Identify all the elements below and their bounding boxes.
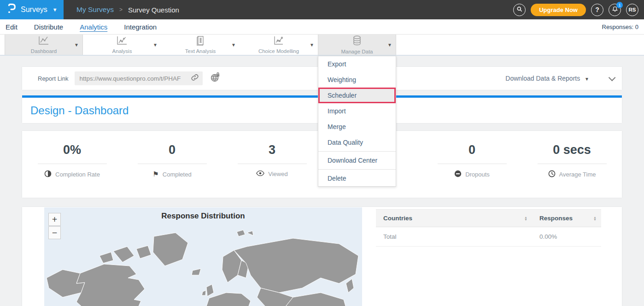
manage-data-menu: Export Weighting Scheduler Import Merge … — [318, 56, 396, 187]
chevron-down-icon[interactable]: ▼ — [387, 42, 392, 47]
search-button[interactable] — [513, 4, 526, 16]
nav-distribute[interactable]: Distribute — [34, 23, 63, 31]
notifications-button[interactable]: 1 — [609, 4, 621, 16]
response-distribution-card: Response Distribution + − — [22, 207, 622, 306]
globe-lock-icon[interactable] — [210, 72, 220, 84]
menu-item-merge[interactable]: Merge — [318, 119, 396, 135]
stat-viewed: 3 Viewed — [222, 143, 322, 198]
logo-label: Surveys — [21, 6, 47, 14]
tab-label: Dashboard — [31, 48, 57, 54]
tab-analysis[interactable]: Analysis ▼ — [83, 35, 161, 55]
eye-icon — [256, 170, 264, 178]
stat-completion-rate: 0% Completion Rate — [22, 143, 122, 198]
menu-divider — [318, 151, 396, 152]
world-map-panel[interactable]: Response Distribution + − — [44, 207, 362, 306]
tab-label: Manage Data — [341, 49, 373, 54]
chevron-down-icon: ▼ — [53, 7, 58, 12]
database-icon — [351, 35, 363, 48]
help-button[interactable]: ? — [591, 4, 603, 16]
survey-subnav: Edit Distribute Analytics Integration Re… — [0, 19, 644, 35]
report-url-field[interactable]: https://www.questionpro.com/t/PHAF — [75, 71, 203, 85]
stat-completed: 0 ⚑ Completed — [122, 143, 222, 198]
clock-icon — [548, 170, 556, 179]
surveys-menu-button[interactable]: Surveys ▼ — [0, 0, 64, 19]
chevron-down-icon[interactable]: ▼ — [153, 42, 158, 47]
analytics-toolbar: Dashboard ▼ Analysis ▼ Text Analysis ▼ C… — [0, 35, 644, 56]
stat-value: 0 secs — [522, 143, 622, 157]
download-data-reports-label: Download Data & Reports — [505, 75, 580, 82]
nav-analytics[interactable]: Analytics — [80, 23, 107, 31]
half-circle-icon — [44, 170, 52, 179]
menu-item-download-center[interactable]: Download Center — [318, 153, 396, 168]
flag-icon: ⚑ — [152, 170, 158, 178]
tab-label: Analysis — [112, 48, 132, 54]
nav-edit[interactable]: Edit — [6, 23, 18, 31]
page-title: Design - Dashboard — [30, 104, 129, 117]
report-link-label: Report Link — [38, 75, 68, 82]
map-title: Response Distribution — [44, 207, 362, 221]
menu-divider — [318, 169, 396, 170]
collapse-chevron-icon[interactable] — [609, 74, 616, 81]
sort-icon[interactable]: ▲▼ — [593, 216, 597, 221]
sort-icon[interactable]: ▲▼ — [524, 216, 527, 221]
cell-responses: 0.00% — [532, 227, 601, 247]
tab-manage-data[interactable]: Manage Data ▼ — [318, 35, 396, 55]
avatar[interactable]: RS — [626, 4, 638, 16]
questionpro-logo-icon — [6, 3, 17, 17]
stat-label: Completed — [163, 171, 192, 178]
menu-item-data-quality[interactable]: Data Quality — [318, 135, 396, 150]
stat-value: 3 — [222, 143, 322, 157]
top-bar: Surveys ▼ My Surveys > Survey Question U… — [0, 0, 644, 19]
cell-country: Total — [376, 227, 532, 247]
countries-table: Countries ▲▼ Responses ▲▼ — [376, 207, 601, 306]
breadcrumb: My Surveys > Survey Question — [76, 6, 179, 14]
nav-integration[interactable]: Integration — [124, 23, 157, 31]
download-data-reports-dropdown[interactable]: Download Data & Reports ▼ — [505, 75, 589, 82]
link-icon[interactable] — [191, 73, 199, 83]
stat-label: Average Time — [559, 171, 596, 178]
upgrade-now-button[interactable]: Upgrade Now — [531, 4, 586, 16]
chevron-down-icon[interactable]: ▼ — [231, 42, 236, 47]
map-zoom-controls: + − — [48, 213, 61, 239]
stat-value: 0 — [122, 143, 222, 157]
responses-count: Responses: 0 — [602, 24, 639, 30]
table-header-row: Countries ▲▼ Responses ▲▼ — [376, 210, 601, 227]
header-label: Countries — [383, 215, 412, 222]
chevron-down-icon[interactable]: ▼ — [310, 42, 314, 47]
stat-label: Dropouts — [465, 171, 490, 178]
column-header-countries[interactable]: Countries ▲▼ — [376, 210, 532, 227]
stat-value: 0 — [422, 143, 522, 157]
model-chart-icon — [273, 35, 285, 47]
breadcrumb-separator-icon: > — [119, 6, 123, 13]
minus-circle-icon — [454, 170, 462, 179]
menu-item-scheduler[interactable]: Scheduler — [318, 88, 396, 103]
header-label: Responses — [539, 215, 573, 222]
question-mark-icon: ? — [595, 6, 599, 13]
chevron-down-icon[interactable]: ▼ — [74, 42, 79, 47]
breadcrumb-current: Survey Question — [128, 6, 179, 14]
table-row: Total 0.00% — [376, 227, 601, 247]
document-icon — [194, 35, 206, 47]
stat-value: 0% — [22, 143, 122, 157]
stat-dropouts: 0 Dropouts — [422, 143, 522, 198]
column-header-responses[interactable]: Responses ▲▼ — [532, 210, 601, 227]
menu-item-delete[interactable]: Delete — [318, 171, 396, 186]
zoom-out-button[interactable]: − — [48, 226, 61, 239]
world-map[interactable] — [44, 224, 362, 306]
report-url-value: https://www.questionpro.com/t/PHAF — [79, 75, 191, 82]
stat-average-time: 0 secs Average Time — [522, 143, 622, 198]
tab-choice-modelling[interactable]: Choice Modelling ▼ — [240, 35, 318, 55]
tab-text-analysis[interactable]: Text Analysis ▼ — [161, 35, 240, 55]
menu-item-export[interactable]: Export — [318, 56, 396, 72]
breadcrumb-my-surveys[interactable]: My Surveys — [76, 6, 114, 14]
tab-dashboard[interactable]: Dashboard ▼ — [5, 35, 83, 55]
scatter-chart-icon — [116, 35, 128, 47]
stat-label: Completion Rate — [55, 171, 100, 178]
zoom-in-button[interactable]: + — [48, 213, 61, 226]
menu-item-weighting[interactable]: Weighting — [318, 72, 396, 88]
menu-item-import[interactable]: Import — [318, 103, 396, 119]
stat-label: Viewed — [268, 171, 287, 177]
topbar-actions: Upgrade Now ? 1 RS — [513, 0, 638, 19]
notification-badge: 1 — [616, 2, 623, 8]
tab-label: Text Analysis — [185, 48, 216, 54]
